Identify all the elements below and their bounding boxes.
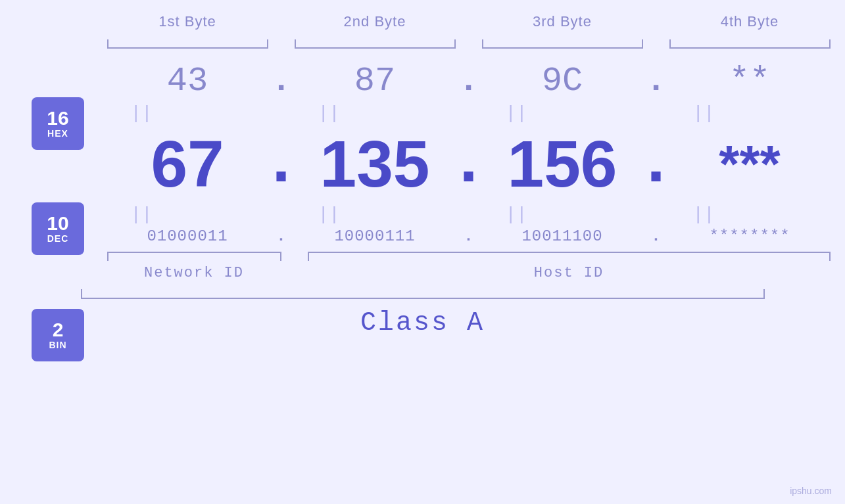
main-container: 1st Byte 2nd Byte 3rd Byte 4th Byte (0, 0, 845, 504)
dec-byte3: 156 (482, 126, 643, 202)
byte1-header: 1st Byte (107, 13, 268, 30)
dec-dot1: . (268, 127, 295, 201)
eq1-byte1: || (61, 103, 222, 124)
byte3-header: 3rd Byte (482, 13, 643, 30)
bin-dot3: . (643, 227, 669, 245)
full-bottom-bracket (81, 289, 765, 299)
eq2-byte3: || (436, 204, 597, 225)
hex-byte1: 43 (107, 62, 268, 101)
eq1-byte4: || (623, 103, 785, 124)
dec-dot3: . (643, 127, 669, 201)
dec-row: 67 . 135 . 156 . *** (107, 126, 831, 202)
bin-dot2: . (456, 227, 482, 245)
hex-badge-label: HEX (47, 128, 68, 139)
hex-badge-number: 16 (47, 108, 68, 128)
bin-badge: 2 BIN (32, 309, 84, 361)
byte3-bracket-top (482, 37, 643, 49)
dec-badge: 10 DEC (32, 202, 84, 255)
hex-byte4: ** (669, 62, 831, 101)
bin-badge-label: BIN (49, 340, 66, 350)
watermark: ipshu.com (790, 486, 832, 496)
equals-row-1: || || || || (61, 103, 785, 124)
dec-byte1: 67 (107, 126, 268, 202)
class-label-container: Class A (0, 308, 845, 338)
eq2-byte1: || (61, 204, 222, 225)
bottom-bracket-row (107, 252, 831, 262)
equals-row-2: || || || || (61, 204, 785, 225)
byte-headers-row: 1st Byte 2nd Byte 3rd Byte 4th Byte (107, 13, 831, 30)
dec-byte2: 135 (295, 126, 456, 202)
class-label: Class A (360, 308, 485, 338)
dec-badge-number: 10 (47, 214, 68, 233)
hex-row: 43 . 87 . 9C . ** (107, 62, 831, 101)
bin-dot1: . (268, 227, 295, 245)
host-id-label: Host ID (308, 265, 831, 281)
id-labels: Network ID Host ID (107, 265, 831, 281)
hex-byte2: 87 (295, 62, 456, 101)
top-brackets (107, 37, 831, 49)
hex-dot2: . (456, 62, 482, 101)
byte4-header: 4th Byte (669, 13, 831, 30)
dec-byte4: *** (669, 134, 831, 195)
byte2-bracket-top (295, 37, 456, 49)
network-id-label: Network ID (107, 265, 281, 281)
byte4-bracket-top (669, 37, 831, 49)
byte2-header: 2nd Byte (295, 13, 456, 30)
bin-byte1: 01000011 (107, 227, 268, 245)
eq1-byte3: || (436, 103, 597, 124)
host-bracket (308, 252, 831, 262)
eq1-byte2: || (249, 103, 410, 124)
bin-byte2: 10000111 (295, 227, 456, 245)
dec-badge-label: DEC (47, 233, 69, 244)
bin-badge-number: 2 (53, 320, 64, 340)
eq2-byte4: || (623, 204, 785, 225)
network-bracket (107, 252, 281, 262)
bin-byte4: ******** (669, 227, 831, 245)
hex-badge: 16 HEX (32, 97, 84, 150)
hex-dot1: . (268, 62, 295, 101)
byte1-bracket-top (107, 37, 268, 49)
eq2-byte2: || (249, 204, 410, 225)
bin-row: 01000011 . 10000111 . 10011100 . *******… (107, 227, 831, 245)
hex-dot3: . (643, 62, 669, 101)
bin-byte3: 10011100 (482, 227, 643, 245)
hex-byte3: 9C (482, 62, 643, 101)
dec-dot2: . (456, 127, 482, 201)
